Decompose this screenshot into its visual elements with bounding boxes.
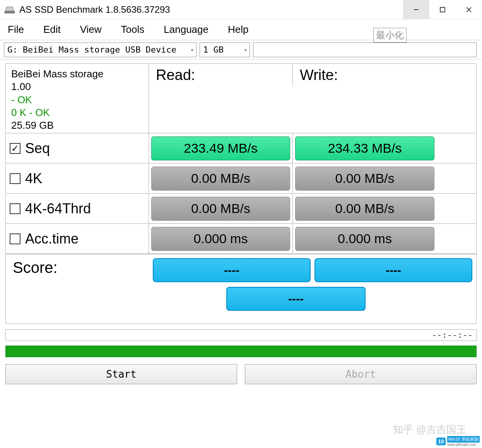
- score-write: ----: [314, 258, 472, 282]
- progress-area: --:--:--: [0, 328, 482, 361]
- size-select-value: 1 GB: [203, 45, 224, 55]
- drive-select[interactable]: G: BeiBei Mass storage USB Device ▾: [4, 43, 197, 57]
- 4k64-write-result: 0.00 MB/s: [295, 197, 434, 221]
- results-grid: BeiBei Mass storage 1.00 - OK 0 K - OK 2…: [5, 63, 477, 324]
- menu-language[interactable]: Language: [164, 24, 209, 36]
- maximize-button[interactable]: [429, 0, 456, 19]
- write-header: Write:: [293, 64, 437, 87]
- row-4k: 4K 0.00 MB/s 0.00 MB/s: [6, 164, 476, 194]
- test-4k64-label: 4K-64Thrd: [25, 201, 91, 217]
- progress-bar-complete: [5, 346, 477, 357]
- drive-select-value: G: BeiBei Mass storage USB Device: [7, 45, 176, 55]
- row-acc: Acc.time 0.000 ms 0.000 ms: [6, 224, 476, 254]
- test-4k-toggle[interactable]: 4K: [6, 170, 149, 187]
- menu-help[interactable]: Help: [228, 24, 248, 36]
- toolbar: G: BeiBei Mass storage USB Device ▾ 1 GB…: [0, 40, 482, 60]
- start-button[interactable]: Start: [5, 364, 237, 384]
- seq-write-result: 234.33 MB/s: [295, 136, 434, 160]
- device-status1: - OK: [11, 94, 32, 106]
- chevron-down-icon: ▾: [191, 47, 194, 53]
- test-4k-label: 4K: [25, 170, 42, 187]
- progress-bar: [5, 329, 477, 341]
- watermark-line2: www.qdhuajin.com: [447, 443, 480, 446]
- device-name: BeiBei Mass storage: [11, 68, 103, 80]
- close-button[interactable]: [456, 0, 482, 19]
- svg-rect-2: [440, 7, 445, 12]
- maximize-icon: [440, 7, 445, 12]
- svg-rect-0: [5, 11, 15, 13]
- minimize-tooltip: 最小化: [373, 28, 407, 43]
- checkbox-icon: [10, 233, 21, 244]
- checkbox-icon: [10, 173, 21, 184]
- watermark-text: 知乎 @吉吉国王: [393, 423, 467, 436]
- abort-button: Abort: [245, 364, 477, 384]
- score-total: ----: [226, 287, 366, 311]
- size-select[interactable]: 1 GB ▾: [200, 43, 250, 57]
- checkbox-checked-icon: ✓: [10, 143, 21, 154]
- button-row: Start Abort: [0, 361, 482, 390]
- watermark-logo: 10 Win10 系统家园 www.qdhuajin.com: [436, 436, 480, 446]
- main-area: BeiBei Mass storage 1.00 - OK 0 K - OK 2…: [0, 60, 482, 328]
- test-4k64-toggle[interactable]: 4K-64Thrd: [6, 201, 149, 217]
- seq-read-result: 233.49 MB/s: [151, 136, 290, 160]
- menubar: File Edit View Tools Language Help: [0, 19, 482, 40]
- test-seq-label: Seq: [25, 140, 50, 157]
- app-icon: [4, 5, 15, 14]
- watermark-line1: Win10 系统家园: [447, 436, 480, 443]
- row-seq: ✓ Seq 233.49 MB/s 234.33 MB/s: [6, 133, 476, 164]
- menu-file[interactable]: File: [8, 24, 24, 36]
- 4k-read-result: 0.00 MB/s: [151, 167, 290, 191]
- chevron-down-icon: ▾: [244, 47, 247, 53]
- 4k64-read-result: 0.00 MB/s: [151, 197, 290, 221]
- acc-read-result: 0.000 ms: [151, 227, 290, 251]
- device-firmware: 1.00: [11, 80, 31, 93]
- device-info: BeiBei Mass storage 1.00 - OK 0 K - OK 2…: [6, 64, 149, 136]
- acc-write-result: 0.000 ms: [295, 227, 434, 251]
- close-icon: [466, 7, 472, 13]
- titlebar: AS SSD Benchmark 1.8.5636.37293: [0, 0, 482, 19]
- device-status2: 0 K - OK: [11, 106, 50, 119]
- window-title: AS SSD Benchmark 1.8.5636.37293: [19, 4, 403, 15]
- device-capacity: 25.59 GB: [11, 119, 54, 132]
- score-row: Score: ---- ---- ----: [6, 254, 476, 324]
- window-controls: [403, 0, 482, 19]
- test-seq-toggle[interactable]: ✓ Seq: [6, 140, 149, 157]
- test-acc-toggle[interactable]: Acc.time: [6, 231, 149, 247]
- watermark-badge: 10: [436, 438, 446, 445]
- row-4k64: 4K-64Thrd 0.00 MB/s 0.00 MB/s: [6, 194, 476, 224]
- menu-view[interactable]: View: [80, 24, 102, 36]
- elapsed-time: --:--:--: [432, 330, 473, 340]
- menu-tools[interactable]: Tools: [121, 24, 145, 36]
- toolbar-extra-field[interactable]: [253, 43, 477, 57]
- menu-edit[interactable]: Edit: [43, 24, 61, 36]
- score-read: ----: [153, 258, 311, 282]
- 4k-write-result: 0.00 MB/s: [295, 167, 434, 191]
- test-acc-label: Acc.time: [25, 231, 79, 247]
- checkbox-icon: [10, 203, 21, 214]
- minimize-icon: [414, 7, 419, 12]
- read-header: Read:: [149, 64, 293, 87]
- header-row: BeiBei Mass storage 1.00 - OK 0 K - OK 2…: [6, 64, 476, 133]
- minimize-button[interactable]: [403, 0, 429, 19]
